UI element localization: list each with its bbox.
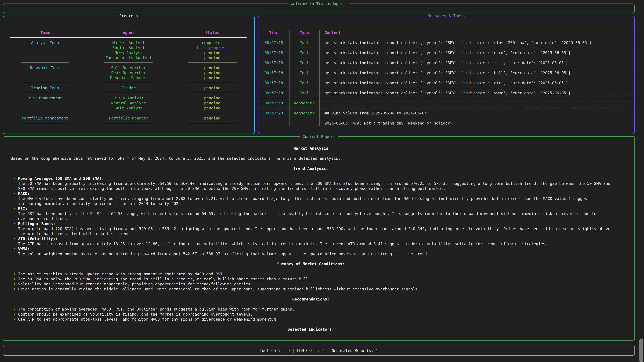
column-header-content: Content (320, 30, 634, 40)
bullet-text: The 50 SMA is below the 200 SMA, indicat… (18, 277, 611, 282)
agent-cell: Neutral Analyst (87, 100, 170, 106)
report-heading: Market Analysis (11, 146, 611, 151)
bullet-body: The volume-weighted moving average has b… (18, 251, 611, 256)
blank-line (324, 116, 634, 121)
recommendations-heading: Recommendations: (11, 297, 611, 302)
summary-heading: Summary of Market Conditions: (11, 261, 611, 267)
stats-bar: Tool Calls: 9 | LLM Calls: 6 | Generated… (3, 346, 635, 356)
messages-table-header: Time Type Content (258, 30, 634, 40)
bullet-icon: • (11, 317, 18, 322)
bullet-icon: • (11, 287, 18, 292)
message-type: Tool (290, 80, 320, 90)
message-type: Tool (290, 50, 320, 60)
selected-indicators-heading: Selected Indicators: (11, 327, 611, 332)
message-content-line: 2025-06-05: N/A: Not a trading day (week… (324, 121, 452, 125)
list-item: •Caution should be exercised as volatili… (11, 312, 611, 317)
scrollbar-thumb[interactable] (639, 339, 643, 362)
team-cell: Research Team (3, 65, 87, 70)
bullet-body: The 50 SMA has been gradually increasing… (18, 181, 611, 191)
bullet-icon: • (11, 176, 18, 191)
list-item: • ATR (Volatility):The ATR has increased… (11, 236, 611, 246)
list-item: • RSI:The RSI has been mostly in the 54.… (11, 206, 611, 221)
bullet-title: MACD: (18, 191, 611, 196)
table-row: Bear Researcher pending (3, 70, 254, 75)
list-item: •The market exhibits a steady upward tre… (11, 272, 611, 277)
bullet-text: Price action is generally riding the mid… (18, 287, 611, 292)
column-header-team: Team (3, 30, 87, 35)
bullet-title: ATR (Volatility): (18, 236, 611, 241)
report-intro: Based on the comprehensive data retrieve… (11, 156, 611, 161)
message-content-line: ## vwma values from 2025-05-06 to 2025-0… (324, 111, 429, 115)
status-badge: pending (170, 50, 254, 55)
list-item: • Bollinger Bands:The middle band (20 SM… (11, 221, 611, 236)
bullet-body: The ATR has increased from approximately… (18, 241, 611, 246)
team-cell: Trading Team (3, 85, 87, 90)
list-item: •The combination of moving averages, MAC… (11, 307, 611, 312)
message-type: Reasoning (290, 111, 320, 126)
group-separator (3, 121, 254, 126)
message-content: get_stockstats_indicators_report_online:… (320, 70, 634, 80)
message-row: 00:57:18 Tool get_stockstats_indicators_… (258, 80, 634, 90)
table-row: Portfolio Management Portfolio Manager p… (3, 116, 254, 121)
column-header-status: Status (170, 30, 254, 35)
message-time: 00:57:20 (258, 111, 290, 126)
team-cell: Analyst Team (3, 40, 87, 45)
status-badge: pending (170, 116, 254, 121)
message-row: 00:57:18 Tool get_stockstats_indicators_… (258, 60, 634, 70)
bullet-title: Moving Averages (50 SMA and 200 SMA): (18, 176, 611, 181)
group-separator (3, 80, 254, 85)
bullet-icon: • (11, 277, 18, 282)
agent-cell: Risky Analyst (87, 95, 170, 100)
status-badge: completed (170, 40, 254, 45)
table-row: Trading Team Trader pending (3, 85, 254, 90)
bullet-text: The market exhibits a steady upward tren… (18, 272, 611, 277)
status-badge: pending (170, 100, 254, 106)
list-item: •Volatility has increased but remains ma… (11, 282, 611, 287)
bullet-icon: • (11, 307, 18, 312)
bullet-text: The combination of moving averages, MACD… (18, 307, 611, 312)
messages-panel-title: Messages & Tools (425, 13, 468, 18)
group-separator (3, 90, 254, 95)
message-content: get_stockstats_indicators_report_online:… (320, 50, 634, 60)
table-row: Risk Management Risky Analyst pending (3, 95, 254, 100)
messages-table: Time Type Content 00:57:18 Tool get_stoc… (258, 30, 634, 126)
status-label: in_progress (202, 45, 228, 50)
message-time: 00:57:18 (258, 80, 290, 90)
table-row: Research Manager pending (3, 75, 254, 80)
group-separator (3, 60, 254, 65)
table-row: Safe Analyst pending (3, 106, 254, 111)
bullet-icon: • (11, 236, 18, 246)
bullet-title: Bollinger Bands: (18, 221, 611, 226)
status-badge: pending (170, 85, 254, 90)
agent-cell: Social Analyst (87, 45, 170, 50)
progress-table-header: Team Agent Status (3, 30, 254, 35)
agent-cell: Research Manager (87, 75, 170, 80)
message-row: 00:57:18 Tool get_stockstats_indicators_… (258, 90, 634, 100)
report-panel-title: Current Report (300, 134, 338, 139)
table-row: Research Team Bull Researcher pending (3, 65, 254, 70)
team-cell: Risk Management (3, 95, 87, 100)
spinner-icon: ⠇ (197, 45, 200, 50)
agent-cell: Market Analyst (87, 40, 170, 45)
agent-cell: Bear Researcher (87, 70, 170, 75)
bullet-icon: • (11, 272, 18, 277)
status-badge: ⠇in_progress (170, 45, 254, 50)
column-header-agent: Agent (87, 30, 170, 35)
table-row: Neutral Analyst pending (3, 100, 254, 106)
tradingagents-terminal: { "welcome": { "title": "Welcome to Trad… (0, 0, 644, 362)
list-item: • MACD:The MACD values have been consist… (11, 191, 611, 206)
message-row: 00:57:20 Reasoning ## vwma values from 2… (258, 111, 634, 126)
list-item: •Use ATR to set appropriate stop-loss le… (11, 317, 611, 322)
bullet-icon: • (11, 246, 18, 256)
message-time: 00:57:18 (258, 60, 290, 70)
message-content: get_stockstats_indicators_report_online:… (320, 80, 634, 90)
message-content (320, 100, 634, 111)
status-badge: pending (170, 70, 254, 75)
agent-cell: Portfolio Manager (87, 116, 170, 121)
message-type: Reasoning (290, 100, 320, 111)
message-content: ## vwma values from 2025-05-06 to 2025-0… (320, 111, 634, 126)
table-row: News Analyst pending (3, 50, 254, 55)
message-content: get_stockstats_indicators_report_online:… (320, 90, 634, 100)
status-badge: pending (170, 75, 254, 80)
bullet-text: Caution should be exercised as volatilit… (18, 312, 611, 317)
